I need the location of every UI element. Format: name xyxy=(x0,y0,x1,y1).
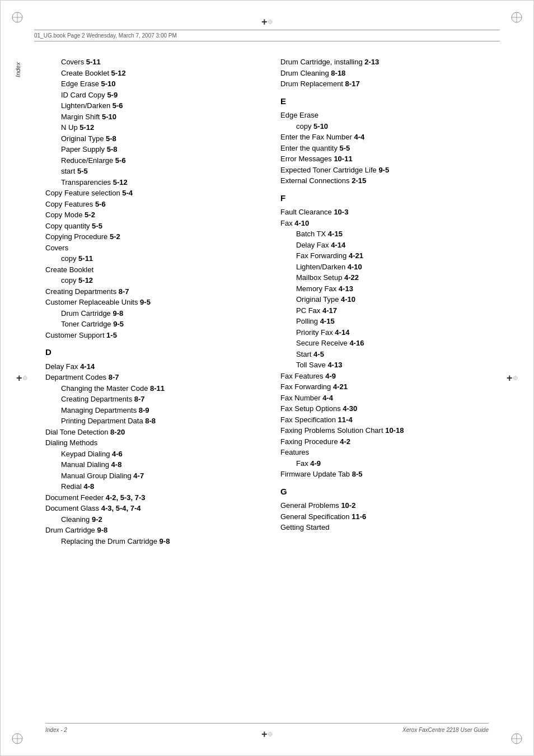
entry-text: Toner Cartridge 9-5 xyxy=(45,319,258,330)
entry-text: Reduce/Enlarge 5-6 xyxy=(45,155,258,166)
entry-text: Getting Started xyxy=(280,522,489,533)
entry-text: Error Messages 10-11 xyxy=(280,153,489,165)
entry-text: Drum Cartridge, installing 2-13 xyxy=(280,57,489,68)
entry-text: Copy quantity 5-5 xyxy=(45,221,258,232)
entry-text: Transparencies 5-12 xyxy=(45,177,258,188)
index-entry: Keypad Dialing 4-6 xyxy=(45,449,258,460)
index-entry: F xyxy=(280,192,489,205)
entry-text: Drum Cleaning 8-18 xyxy=(280,68,489,79)
index-entry: Copy Mode 5-2 xyxy=(45,209,258,221)
entry-text: External Connections 2-15 xyxy=(280,175,489,186)
entry-text: Copy Features 5-6 xyxy=(45,199,258,210)
index-entry: Features xyxy=(280,447,489,458)
entry-text: Changing the Master Code 8-11 xyxy=(45,383,258,394)
index-entry: Fax 4-9 xyxy=(280,458,489,469)
entry-text: Fax Forwarding 4-21 xyxy=(280,250,489,262)
index-entry: start 5-5 xyxy=(45,166,258,177)
index-entry: Priority Fax 4-14 xyxy=(280,327,489,338)
index-entry: Drum Cartridge, installing 2-13 xyxy=(280,57,489,68)
entry-text: Expected Toner Cartridge Life 9-5 xyxy=(280,165,489,176)
index-entry: Fax Specification 11-4 xyxy=(280,414,489,426)
entry-text: Copy Feature selection 5-4 xyxy=(45,188,258,199)
index-entry: ID Card Copy 5-9 xyxy=(45,90,258,101)
index-entry: Delay Fax 4-14 xyxy=(280,240,489,251)
entry-text: Enter the quantity 5-5 xyxy=(280,143,489,154)
entry-text: Create Booklet 5-12 xyxy=(45,68,258,79)
entry-text: Manual Group Dialing 4-7 xyxy=(45,470,258,482)
reg-mark-tl xyxy=(11,11,24,24)
index-entry: Covers 5-11 xyxy=(45,57,258,68)
index-entry: Enter the quantity 5-5 xyxy=(280,143,489,154)
index-entry: Lighten/Darken 4-10 xyxy=(280,262,489,273)
entry-text: Lighten/Darken 4-10 xyxy=(280,262,489,273)
entry-text: Drum Cartridge 9-8 xyxy=(45,308,258,319)
index-entry: Covers xyxy=(45,242,258,254)
index-entry: Margin Shift 5-10 xyxy=(45,111,258,123)
entry-text: Document Glass 4-3, 5-4, 7-4 xyxy=(45,503,258,514)
index-entry: Managing Departments 8-9 xyxy=(45,405,258,416)
entry-text: Replacing the Drum Cartridge 9-8 xyxy=(45,536,258,547)
index-entry: Lighten/Darken 5-6 xyxy=(45,100,258,111)
entry-text: Original Type 5-8 xyxy=(45,133,258,144)
entry-text: Firmware Update Tab 8-5 xyxy=(280,469,489,480)
index-entry: Department Codes 8-7 xyxy=(45,372,258,383)
index-entry: Secure Receive 4-16 xyxy=(280,338,489,349)
index-entry: copy 5-11 xyxy=(45,253,258,264)
index-entry: Error Messages 10-11 xyxy=(280,153,489,165)
index-entry: copy 5-10 xyxy=(280,121,489,132)
index-entry: Replacing the Drum Cartridge 9-8 xyxy=(45,536,258,547)
index-entry: E xyxy=(280,95,489,108)
entry-text: Fax Features 4-9 xyxy=(280,371,489,382)
index-entry: copy 5-12 xyxy=(45,275,258,286)
index-entry: Fault Clearance 10-3 xyxy=(280,207,489,218)
index-entry: Fax Features 4-9 xyxy=(280,371,489,382)
reg-mark-bl xyxy=(11,732,24,745)
entry-text: Fault Clearance 10-3 xyxy=(280,207,489,218)
entry-text: Creating Departments 8-7 xyxy=(45,286,258,297)
entry-text: Lighten/Darken 5-6 xyxy=(45,100,258,111)
index-entry: Paper Supply 5-8 xyxy=(45,144,258,155)
index-entry: External Connections 2-15 xyxy=(280,175,489,186)
index-entry: Fax Forwarding 4-21 xyxy=(280,381,489,393)
entry-text: Features xyxy=(280,447,489,458)
entry-text: Dialing Methods xyxy=(45,437,258,449)
index-entry: Memory Fax 4-13 xyxy=(280,283,489,295)
index-entry: Faxing Procedure 4-2 xyxy=(280,436,489,447)
index-entry: Creating Departments 8-7 xyxy=(45,394,258,405)
index-entry: Getting Started xyxy=(280,522,489,533)
index-entry: Edge Erase xyxy=(280,110,489,121)
entry-text: Fax Number 4-4 xyxy=(280,393,489,404)
page-container: 01_UG.book Page 2 Wednesday, March 7, 20… xyxy=(0,0,534,756)
entry-text: Keypad Dialing 4-6 xyxy=(45,449,258,460)
section-letter: E xyxy=(280,95,489,108)
index-entry: Redial 4-8 xyxy=(45,481,258,492)
entry-text: Original Type 4-10 xyxy=(280,294,489,305)
index-entry: Printing Department Data 8-8 xyxy=(45,416,258,427)
index-entry: Original Type 4-10 xyxy=(280,294,489,305)
index-entry: Drum Cartridge 9-8 xyxy=(45,308,258,319)
entry-text: Redial 4-8 xyxy=(45,481,258,492)
index-entry: Enter the Fax Number 4-4 xyxy=(280,132,489,143)
index-entry: Document Glass 4-3, 5-4, 7-4 xyxy=(45,503,258,514)
cross-right xyxy=(507,372,518,384)
entry-text: Start 4-5 xyxy=(280,349,489,360)
index-entry: Copy Features 5-6 xyxy=(45,199,258,210)
index-entry: Mailbox Setup 4-22 xyxy=(280,272,489,283)
footer: Index - 2 Xerox FaxCentre 2218 User Guid… xyxy=(45,723,489,733)
entry-text: General Problems 10-2 xyxy=(280,500,489,511)
entry-text: Dial Tone Detection 8-20 xyxy=(45,427,258,438)
footer-right: Xerox FaxCentre 2218 User Guide xyxy=(402,727,489,733)
index-entry: Drum Replacement 8-17 xyxy=(280,78,489,90)
entry-text: Faxing Procedure 4-2 xyxy=(280,436,489,447)
entry-text: Polling 4-15 xyxy=(280,316,489,327)
section-letter: F xyxy=(280,192,489,205)
entry-text: Fax Specification 11-4 xyxy=(280,414,489,426)
index-entry: Create Booklet 5-12 xyxy=(45,68,258,79)
entry-text: Faxing Problems Solution Chart 10-18 xyxy=(280,425,489,436)
entry-text: N Up 5-12 xyxy=(45,122,258,133)
index-entry: Fax Setup Options 4-30 xyxy=(280,403,489,414)
index-entry: Customer Replaceable Units 9-5 xyxy=(45,297,258,308)
index-entry: Start 4-5 xyxy=(280,349,489,360)
footer-left: Index - 2 xyxy=(45,727,67,733)
entry-text: Drum Cartridge 9-8 xyxy=(45,525,258,536)
